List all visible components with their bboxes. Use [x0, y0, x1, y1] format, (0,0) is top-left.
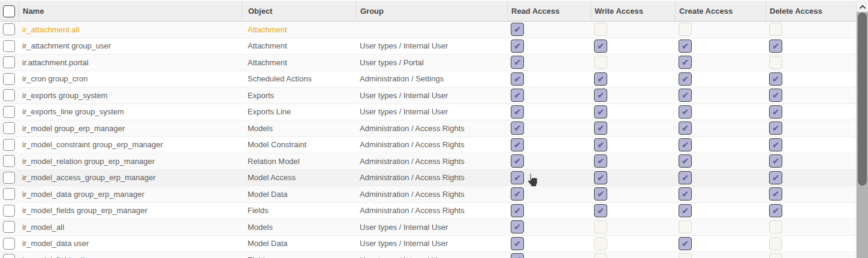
delete-access-checkbox[interactable]: ✔ — [769, 171, 782, 184]
write-access-checkbox[interactable]: ✔ — [594, 40, 607, 53]
delete-access-checkbox[interactable]: ✔ — [769, 154, 782, 168]
table-row[interactable]: ir_model_access_group_erp_manager Model … — [0, 170, 856, 187]
row-select-checkbox[interactable] — [3, 106, 15, 118]
read-access-checkbox[interactable]: ✔ — [511, 154, 524, 168]
column-header-object[interactable]: Object — [242, 1, 356, 21]
write-access-checkbox[interactable]: ✔ — [594, 105, 607, 119]
delete-access-checkbox[interactable]: ✔ — [769, 105, 782, 119]
create-access-checkbox[interactable]: ✔ — [679, 237, 692, 250]
create-access-checkbox[interactable]: ✔ — [679, 56, 692, 69]
table-row[interactable]: ir_model_data user Model Data User types… — [0, 236, 856, 253]
select-all-checkbox[interactable] — [3, 5, 15, 17]
write-access-checkbox[interactable]: ✔ — [594, 171, 607, 184]
column-header-create-access[interactable]: Create Access — [675, 1, 765, 21]
read-access-checkbox[interactable]: ✔ — [511, 72, 524, 86]
write-access-checkbox[interactable]: ✔ — [594, 138, 607, 151]
create-access-checkbox[interactable] — [679, 220, 692, 233]
create-access-checkbox[interactable]: ✔ — [679, 122, 692, 135]
table-row[interactable]: ir_cron group_cron Scheduled Actions Adm… — [0, 71, 856, 88]
delete-access-checkbox[interactable]: ✔ — [769, 204, 782, 217]
read-access-checkbox[interactable]: ✔ — [511, 122, 524, 135]
write-access-checkbox[interactable]: ✔ — [594, 154, 607, 168]
read-access-checkbox[interactable]: ✔ — [511, 253, 524, 258]
row-select-checkbox[interactable] — [3, 254, 15, 258]
read-access-checkbox[interactable]: ✔ — [511, 187, 524, 201]
row-select-checkbox[interactable] — [3, 122, 15, 134]
read-access-checkbox[interactable]: ✔ — [511, 237, 524, 250]
column-header-read-access[interactable]: Read Access — [507, 1, 590, 21]
table-row[interactable]: ir_exports group_system Exports User typ… — [0, 87, 856, 104]
column-header-write-access[interactable]: Write Access — [590, 1, 675, 21]
read-access-checkbox[interactable]: ✔ — [511, 171, 524, 184]
table-row[interactable]: ir_model_fields all Fields User types / … — [0, 252, 856, 258]
read-access-checkbox[interactable]: ✔ — [511, 89, 524, 102]
row-select-checkbox[interactable] — [3, 221, 15, 233]
row-select-checkbox[interactable] — [3, 56, 15, 68]
table-row[interactable]: ir_attachment group_user Attachment User… — [0, 38, 856, 55]
column-header-name[interactable]: Name — [19, 1, 242, 21]
create-access-checkbox[interactable]: ✔ — [679, 105, 692, 119]
read-access-checkbox[interactable]: ✔ — [511, 204, 524, 217]
delete-access-checkbox[interactable] — [769, 237, 782, 250]
table-row[interactable]: ir_model_all Models User types / Interna… — [0, 219, 856, 236]
table-row[interactable]: ir.attachment.portal Attachment User typ… — [0, 54, 856, 71]
table-row[interactable]: ir_exports_line group_system Exports Lin… — [0, 104, 856, 121]
scrollbar-up-button[interactable] — [857, 0, 868, 12]
table-row[interactable]: ir_model_data group_erp_manager Model Da… — [0, 186, 856, 203]
row-select-checkbox[interactable] — [3, 188, 15, 200]
column-header-group[interactable]: Group — [356, 1, 507, 21]
delete-access-checkbox[interactable] — [769, 56, 782, 69]
write-access-checkbox[interactable]: ✔ — [594, 122, 607, 135]
row-select-checkbox[interactable] — [3, 73, 15, 85]
column-header-delete-access[interactable]: Delete Access — [765, 1, 856, 21]
row-select-checkbox[interactable] — [3, 23, 15, 35]
table-row[interactable]: ir_model_fields group_erp_manager Fields… — [0, 203, 856, 220]
write-access-checkbox[interactable] — [594, 237, 607, 250]
row-select-checkbox[interactable] — [3, 89, 15, 101]
write-access-checkbox[interactable] — [594, 220, 607, 233]
read-access-checkbox[interactable]: ✔ — [511, 56, 524, 69]
row-select-checkbox[interactable] — [3, 139, 15, 151]
write-access-checkbox[interactable]: ✔ — [594, 204, 607, 217]
create-access-checkbox[interactable]: ✔ — [679, 171, 692, 184]
delete-access-checkbox[interactable]: ✔ — [769, 72, 782, 86]
read-access-checkbox[interactable]: ✔ — [511, 23, 524, 36]
table-row[interactable]: ir_attachment all Attachment ✔ — [0, 22, 856, 38]
create-access-checkbox[interactable]: ✔ — [679, 204, 692, 217]
delete-access-checkbox[interactable]: ✔ — [769, 187, 782, 201]
row-select-checkbox[interactable] — [3, 172, 15, 184]
delete-access-checkbox[interactable]: ✔ — [769, 89, 782, 102]
delete-access-checkbox[interactable]: ✔ — [769, 138, 782, 151]
read-access-checkbox[interactable]: ✔ — [511, 40, 524, 53]
write-access-checkbox[interactable] — [594, 253, 607, 258]
delete-access-checkbox[interactable]: ✔ — [769, 40, 782, 53]
row-select-checkbox[interactable] — [3, 155, 15, 167]
delete-access-checkbox[interactable] — [769, 23, 782, 36]
write-access-checkbox[interactable]: ✔ — [594, 89, 607, 102]
table-row[interactable]: ir_model_constraint group_erp_manager Mo… — [0, 137, 856, 154]
write-access-checkbox[interactable]: ✔ — [594, 187, 607, 201]
row-select-checkbox[interactable] — [3, 238, 15, 250]
write-access-checkbox[interactable] — [594, 23, 607, 36]
scrollbar-thumb[interactable] — [858, 13, 867, 186]
row-select-checkbox[interactable] — [3, 40, 15, 52]
delete-access-checkbox[interactable] — [769, 220, 782, 233]
create-access-checkbox[interactable]: ✔ — [679, 40, 692, 53]
create-access-checkbox[interactable]: ✔ — [679, 154, 692, 168]
delete-access-checkbox[interactable] — [769, 253, 782, 258]
table-row[interactable]: ir_model_relation group_erp_manager Rela… — [0, 153, 856, 170]
read-access-checkbox[interactable]: ✔ — [511, 105, 524, 119]
read-access-checkbox[interactable]: ✔ — [511, 138, 524, 151]
write-access-checkbox[interactable] — [594, 56, 607, 69]
read-access-checkbox[interactable]: ✔ — [511, 220, 524, 233]
row-select-checkbox[interactable] — [3, 205, 15, 217]
create-access-checkbox[interactable] — [679, 23, 692, 36]
create-access-checkbox[interactable]: ✔ — [679, 138, 692, 151]
table-row[interactable]: ir_model group_erp_manager Models Admini… — [0, 120, 856, 137]
create-access-checkbox[interactable]: ✔ — [679, 72, 692, 86]
write-access-checkbox[interactable]: ✔ — [594, 72, 607, 86]
create-access-checkbox[interactable]: ✔ — [679, 89, 692, 102]
create-access-checkbox[interactable]: ✔ — [679, 187, 692, 201]
create-access-checkbox[interactable] — [679, 253, 692, 258]
delete-access-checkbox[interactable]: ✔ — [769, 122, 782, 135]
